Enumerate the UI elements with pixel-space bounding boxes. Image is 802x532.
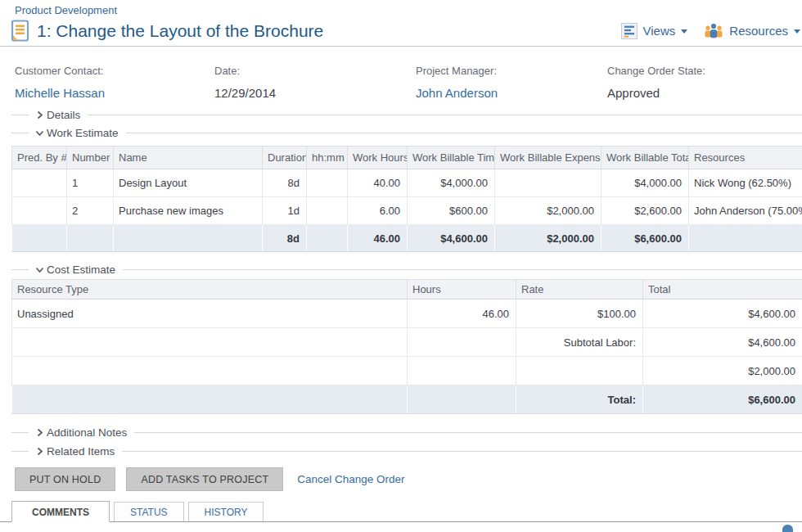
column-header: Work Hours (348, 147, 408, 169)
section-label: Work Estimate (47, 127, 119, 139)
cell-rate: $100.00 (516, 300, 643, 328)
section-related-items[interactable]: Related Items (0, 443, 802, 459)
cell-empty (408, 385, 516, 414)
divider (134, 432, 802, 433)
cell-pred-by (12, 169, 67, 197)
tab-comments[interactable]: COMMENTS (11, 501, 110, 522)
cell-empty (114, 225, 263, 252)
column-header: Resource Type (12, 280, 408, 300)
field-customer-contact: Customer Contact: Michelle Hassan (15, 65, 214, 100)
subtotal-labor-row: Subtotal Labor: $4,600.00 (12, 328, 802, 357)
cell-billable-total: $4,000.00 (602, 169, 689, 197)
section-cost-estimate[interactable]: Cost Estimate (0, 261, 802, 277)
field-project-manager: Project Manager: John Anderson (416, 65, 607, 100)
cell-empty (408, 328, 516, 357)
field-label: Project Manager: (416, 65, 607, 77)
divider (11, 269, 29, 270)
views-icon (621, 23, 638, 39)
cell-billable-expense: $2,000.00 (495, 197, 602, 225)
resources-label: Resources (729, 24, 788, 38)
divider (11, 133, 29, 133)
column-header: Total (643, 280, 802, 300)
chevron-right-icon (35, 428, 44, 437)
divider (123, 269, 802, 270)
views-menu[interactable]: Views (621, 23, 688, 39)
section-work-estimate[interactable]: Work Estimate (0, 124, 802, 141)
cell-empty (307, 225, 348, 252)
page-title: 1: Change the Layout of the Brochure (37, 21, 323, 41)
add-tasks-to-project-button[interactable]: ADD TASKS TO PROJECT (126, 467, 283, 491)
feedback-widget-icon[interactable] (782, 525, 793, 532)
section-label: Related Items (47, 445, 115, 458)
field-label: Customer Contact: (15, 65, 214, 77)
cell-billable-time: $600.00 (408, 197, 495, 225)
column-header: Work Billable Expense (495, 147, 602, 169)
tab-history[interactable]: HISTORY (188, 502, 264, 521)
subtotal-labor-value: $4,600.00 (643, 328, 802, 357)
top-bar: Product Development 1: Change the Layout… (0, 0, 802, 47)
cell-resource-type: Unassigned (12, 300, 408, 328)
chevron-right-icon (35, 447, 44, 456)
cancel-change-order-link[interactable]: Cancel Change Order (297, 473, 404, 485)
cell-name: Design Layout (114, 169, 263, 197)
cell-work-hours: 40.00 (348, 169, 408, 197)
change-order-state-value: Approved (607, 86, 802, 100)
summary-fields: Customer Contact: Michelle Hassan Date: … (15, 65, 802, 100)
tab-status[interactable]: STATUS (114, 502, 184, 521)
customer-contact-link[interactable]: Michelle Hassan (15, 86, 214, 100)
action-bar: PUT ON HOLD ADD TASKS TO PROJECT Cancel … (15, 467, 802, 491)
cell-resources: John Anderson (75.00%) (689, 197, 802, 225)
section-label: Additional Notes (47, 426, 127, 439)
column-header: Work Billable Time (408, 147, 495, 169)
subtotal-expense-value: $2,000.00 (643, 357, 802, 385)
chevron-right-icon (35, 110, 44, 119)
column-header: Number (67, 147, 114, 169)
cell-billable-total: $2,600.00 (602, 197, 689, 225)
field-label: Date: (214, 65, 416, 77)
cell-empty (67, 225, 114, 252)
divider (126, 133, 802, 133)
divider (11, 115, 29, 115)
chevron-down-icon (794, 29, 800, 34)
field-change-order-state: Change Order State: Approved (607, 65, 802, 100)
breadcrumb[interactable]: Product Development (15, 4, 802, 16)
cell-hhmm (307, 197, 348, 225)
column-header: hh:mm (307, 147, 348, 169)
cell-empty (408, 357, 516, 385)
cell-billable-expense (495, 169, 602, 197)
column-header: Duration (263, 147, 307, 169)
cell-empty (689, 225, 802, 252)
work-estimate-table: Pred. By # Number Name Duration hh:mm Wo… (11, 146, 802, 252)
resources-menu[interactable]: Resources (704, 22, 800, 39)
work-estimate-header-row: Pred. By # Number Name Duration hh:mm Wo… (12, 147, 802, 169)
chevron-down-icon (35, 265, 44, 274)
cell-resources: Nick Wong (62.50%) (689, 169, 802, 197)
cell-hours: 46.00 (408, 300, 516, 328)
section-details[interactable]: Details (0, 106, 802, 123)
total-value: $6,600.00 (643, 385, 802, 414)
cell-billable-time: $4,000.00 (408, 169, 495, 197)
total-label: Total: (516, 385, 643, 414)
cell-total: $4,600.00 (643, 300, 802, 328)
table-row-task-2[interactable]: 2 Purchase new images 1d 6.00 $600.00 $2… (12, 197, 802, 225)
subtotal-expense-row: $2,000.00 (12, 357, 802, 385)
cell-empty (12, 385, 408, 414)
cell-name: Purchase new images (114, 197, 263, 225)
column-header: Rate (516, 280, 643, 300)
project-manager-link[interactable]: John Anderson (416, 86, 607, 100)
resources-people-icon (704, 22, 723, 39)
change-order-document-icon (11, 20, 29, 42)
section-additional-notes[interactable]: Additional Notes (0, 424, 802, 440)
cell-duration: 8d (263, 169, 307, 197)
date-value: 12/29/2014 (214, 86, 416, 100)
cost-estimate-total-row: Total: $6,600.00 (12, 385, 802, 414)
chevron-down-icon (681, 29, 687, 34)
table-row-task-1[interactable]: 1 Design Layout 8d 40.00 $4,000.00 $4,00… (12, 169, 802, 197)
total-billable-time: $4,600.00 (408, 225, 495, 252)
cell-number: 1 (67, 169, 114, 197)
divider (88, 115, 802, 115)
chevron-down-icon (35, 128, 44, 138)
bottom-tab-bar: COMMENTS STATUS HISTORY (0, 501, 802, 522)
put-on-hold-button[interactable]: PUT ON HOLD (15, 467, 115, 491)
table-row-unassigned[interactable]: Unassigned 46.00 $100.00 $4,600.00 (12, 300, 802, 328)
